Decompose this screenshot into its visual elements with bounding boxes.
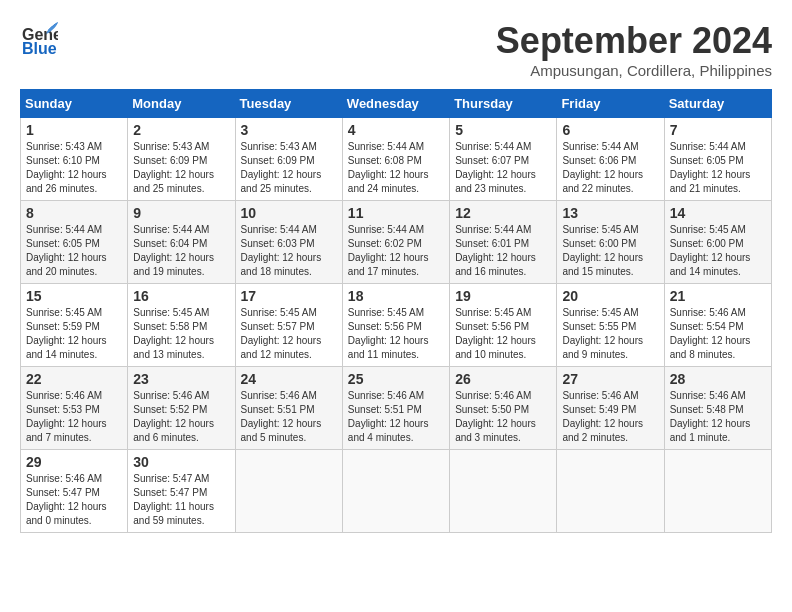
calendar-cell: 29Sunrise: 5:46 AM Sunset: 5:47 PM Dayli… bbox=[21, 450, 128, 533]
calendar-week-3: 15Sunrise: 5:45 AM Sunset: 5:59 PM Dayli… bbox=[21, 284, 772, 367]
day-number: 30 bbox=[133, 454, 229, 470]
day-number: 7 bbox=[670, 122, 766, 138]
day-number: 29 bbox=[26, 454, 122, 470]
day-info: Sunrise: 5:45 AM Sunset: 5:55 PM Dayligh… bbox=[562, 306, 658, 362]
calendar-week-4: 22Sunrise: 5:46 AM Sunset: 5:53 PM Dayli… bbox=[21, 367, 772, 450]
col-tuesday: Tuesday bbox=[235, 90, 342, 118]
day-number: 18 bbox=[348, 288, 444, 304]
calendar-cell: 1Sunrise: 5:43 AM Sunset: 6:10 PM Daylig… bbox=[21, 118, 128, 201]
calendar-cell: 27Sunrise: 5:46 AM Sunset: 5:49 PM Dayli… bbox=[557, 367, 664, 450]
col-wednesday: Wednesday bbox=[342, 90, 449, 118]
day-number: 25 bbox=[348, 371, 444, 387]
day-info: Sunrise: 5:46 AM Sunset: 5:51 PM Dayligh… bbox=[348, 389, 444, 445]
calendar-cell: 22Sunrise: 5:46 AM Sunset: 5:53 PM Dayli… bbox=[21, 367, 128, 450]
day-info: Sunrise: 5:43 AM Sunset: 6:09 PM Dayligh… bbox=[241, 140, 337, 196]
calendar-cell bbox=[342, 450, 449, 533]
calendar-cell: 20Sunrise: 5:45 AM Sunset: 5:55 PM Dayli… bbox=[557, 284, 664, 367]
calendar-cell bbox=[664, 450, 771, 533]
col-saturday: Saturday bbox=[664, 90, 771, 118]
day-number: 23 bbox=[133, 371, 229, 387]
calendar-cell: 25Sunrise: 5:46 AM Sunset: 5:51 PM Dayli… bbox=[342, 367, 449, 450]
calendar-week-2: 8Sunrise: 5:44 AM Sunset: 6:05 PM Daylig… bbox=[21, 201, 772, 284]
day-number: 13 bbox=[562, 205, 658, 221]
day-number: 14 bbox=[670, 205, 766, 221]
col-friday: Friday bbox=[557, 90, 664, 118]
day-info: Sunrise: 5:46 AM Sunset: 5:51 PM Dayligh… bbox=[241, 389, 337, 445]
day-number: 4 bbox=[348, 122, 444, 138]
col-thursday: Thursday bbox=[450, 90, 557, 118]
calendar-cell: 6Sunrise: 5:44 AM Sunset: 6:06 PM Daylig… bbox=[557, 118, 664, 201]
calendar-cell: 26Sunrise: 5:46 AM Sunset: 5:50 PM Dayli… bbox=[450, 367, 557, 450]
header-row: Sunday Monday Tuesday Wednesday Thursday… bbox=[21, 90, 772, 118]
day-number: 8 bbox=[26, 205, 122, 221]
day-info: Sunrise: 5:46 AM Sunset: 5:52 PM Dayligh… bbox=[133, 389, 229, 445]
calendar-cell: 11Sunrise: 5:44 AM Sunset: 6:02 PM Dayli… bbox=[342, 201, 449, 284]
calendar-cell: 30Sunrise: 5:47 AM Sunset: 5:47 PM Dayli… bbox=[128, 450, 235, 533]
day-number: 5 bbox=[455, 122, 551, 138]
title-area: September 2024 Ampusungan, Cordillera, P… bbox=[496, 20, 772, 79]
day-info: Sunrise: 5:46 AM Sunset: 5:53 PM Dayligh… bbox=[26, 389, 122, 445]
day-number: 26 bbox=[455, 371, 551, 387]
calendar-cell: 3Sunrise: 5:43 AM Sunset: 6:09 PM Daylig… bbox=[235, 118, 342, 201]
day-info: Sunrise: 5:44 AM Sunset: 6:05 PM Dayligh… bbox=[26, 223, 122, 279]
day-number: 1 bbox=[26, 122, 122, 138]
calendar-title: September 2024 bbox=[496, 20, 772, 62]
day-info: Sunrise: 5:43 AM Sunset: 6:10 PM Dayligh… bbox=[26, 140, 122, 196]
col-monday: Monday bbox=[128, 90, 235, 118]
day-number: 17 bbox=[241, 288, 337, 304]
day-info: Sunrise: 5:43 AM Sunset: 6:09 PM Dayligh… bbox=[133, 140, 229, 196]
calendar-cell: 17Sunrise: 5:45 AM Sunset: 5:57 PM Dayli… bbox=[235, 284, 342, 367]
day-info: Sunrise: 5:44 AM Sunset: 6:06 PM Dayligh… bbox=[562, 140, 658, 196]
day-info: Sunrise: 5:46 AM Sunset: 5:49 PM Dayligh… bbox=[562, 389, 658, 445]
calendar-cell bbox=[235, 450, 342, 533]
day-info: Sunrise: 5:44 AM Sunset: 6:01 PM Dayligh… bbox=[455, 223, 551, 279]
day-number: 28 bbox=[670, 371, 766, 387]
calendar-cell: 12Sunrise: 5:44 AM Sunset: 6:01 PM Dayli… bbox=[450, 201, 557, 284]
logo: General Blue bbox=[20, 20, 58, 62]
calendar-week-5: 29Sunrise: 5:46 AM Sunset: 5:47 PM Dayli… bbox=[21, 450, 772, 533]
day-number: 21 bbox=[670, 288, 766, 304]
day-info: Sunrise: 5:46 AM Sunset: 5:50 PM Dayligh… bbox=[455, 389, 551, 445]
day-number: 9 bbox=[133, 205, 229, 221]
day-number: 24 bbox=[241, 371, 337, 387]
calendar-cell: 28Sunrise: 5:46 AM Sunset: 5:48 PM Dayli… bbox=[664, 367, 771, 450]
day-info: Sunrise: 5:45 AM Sunset: 6:00 PM Dayligh… bbox=[670, 223, 766, 279]
calendar-subtitle: Ampusungan, Cordillera, Philippines bbox=[496, 62, 772, 79]
day-info: Sunrise: 5:45 AM Sunset: 5:59 PM Dayligh… bbox=[26, 306, 122, 362]
calendar-cell: 24Sunrise: 5:46 AM Sunset: 5:51 PM Dayli… bbox=[235, 367, 342, 450]
calendar-cell: 4Sunrise: 5:44 AM Sunset: 6:08 PM Daylig… bbox=[342, 118, 449, 201]
day-info: Sunrise: 5:45 AM Sunset: 5:57 PM Dayligh… bbox=[241, 306, 337, 362]
calendar-cell: 2Sunrise: 5:43 AM Sunset: 6:09 PM Daylig… bbox=[128, 118, 235, 201]
day-number: 12 bbox=[455, 205, 551, 221]
logo-icon: General Blue bbox=[20, 20, 58, 62]
calendar-cell: 5Sunrise: 5:44 AM Sunset: 6:07 PM Daylig… bbox=[450, 118, 557, 201]
day-number: 20 bbox=[562, 288, 658, 304]
day-info: Sunrise: 5:44 AM Sunset: 6:02 PM Dayligh… bbox=[348, 223, 444, 279]
day-info: Sunrise: 5:47 AM Sunset: 5:47 PM Dayligh… bbox=[133, 472, 229, 528]
day-number: 27 bbox=[562, 371, 658, 387]
day-info: Sunrise: 5:45 AM Sunset: 5:58 PM Dayligh… bbox=[133, 306, 229, 362]
day-info: Sunrise: 5:46 AM Sunset: 5:47 PM Dayligh… bbox=[26, 472, 122, 528]
day-number: 19 bbox=[455, 288, 551, 304]
day-number: 11 bbox=[348, 205, 444, 221]
calendar-cell: 10Sunrise: 5:44 AM Sunset: 6:03 PM Dayli… bbox=[235, 201, 342, 284]
calendar-cell: 8Sunrise: 5:44 AM Sunset: 6:05 PM Daylig… bbox=[21, 201, 128, 284]
svg-text:Blue: Blue bbox=[22, 40, 57, 57]
calendar-cell: 14Sunrise: 5:45 AM Sunset: 6:00 PM Dayli… bbox=[664, 201, 771, 284]
calendar-cell: 16Sunrise: 5:45 AM Sunset: 5:58 PM Dayli… bbox=[128, 284, 235, 367]
day-info: Sunrise: 5:45 AM Sunset: 5:56 PM Dayligh… bbox=[348, 306, 444, 362]
day-number: 3 bbox=[241, 122, 337, 138]
calendar-cell: 19Sunrise: 5:45 AM Sunset: 5:56 PM Dayli… bbox=[450, 284, 557, 367]
day-number: 6 bbox=[562, 122, 658, 138]
day-info: Sunrise: 5:44 AM Sunset: 6:03 PM Dayligh… bbox=[241, 223, 337, 279]
calendar-cell: 15Sunrise: 5:45 AM Sunset: 5:59 PM Dayli… bbox=[21, 284, 128, 367]
day-number: 2 bbox=[133, 122, 229, 138]
calendar-table: Sunday Monday Tuesday Wednesday Thursday… bbox=[20, 89, 772, 533]
calendar-cell: 9Sunrise: 5:44 AM Sunset: 6:04 PM Daylig… bbox=[128, 201, 235, 284]
day-number: 16 bbox=[133, 288, 229, 304]
day-info: Sunrise: 5:44 AM Sunset: 6:05 PM Dayligh… bbox=[670, 140, 766, 196]
day-info: Sunrise: 5:44 AM Sunset: 6:07 PM Dayligh… bbox=[455, 140, 551, 196]
day-info: Sunrise: 5:45 AM Sunset: 5:56 PM Dayligh… bbox=[455, 306, 551, 362]
day-info: Sunrise: 5:45 AM Sunset: 6:00 PM Dayligh… bbox=[562, 223, 658, 279]
day-info: Sunrise: 5:46 AM Sunset: 5:54 PM Dayligh… bbox=[670, 306, 766, 362]
